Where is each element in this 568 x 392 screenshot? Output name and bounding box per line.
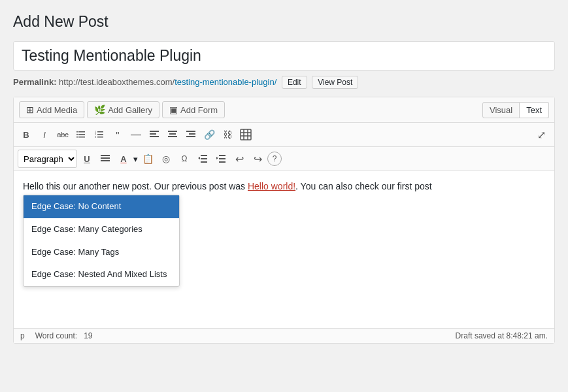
content-after: . You can also check our first post — [295, 181, 432, 191]
bold-button[interactable]: B — [18, 126, 35, 143]
svg-rect-33 — [219, 155, 226, 156]
svg-rect-27 — [101, 157, 110, 159]
ul-button[interactable] — [73, 126, 90, 143]
editor-content[interactable]: Hello this our another new post. Our pre… — [14, 171, 554, 328]
svg-point-3 — [76, 131, 78, 133]
svg-rect-31 — [201, 161, 207, 163]
add-form-label: Add Form — [180, 105, 218, 115]
footer-tag: p — [20, 331, 25, 340]
permalink-edit-button[interactable]: Edit — [282, 76, 307, 89]
editor-wrap: ⊞ Add Media 🌿 Add Gallery ▣ Add Form Vis… — [13, 97, 555, 344]
media-toolbar: ⊞ Add Media 🌿 Add Gallery ▣ Add Form Vis… — [14, 97, 554, 123]
add-form-icon: ▣ — [169, 105, 178, 115]
special-char-button[interactable]: Ω — [176, 150, 193, 167]
svg-rect-29 — [201, 155, 207, 156]
redo-button[interactable]: ↪ — [249, 150, 266, 167]
permalink-label: Permalink: — [13, 77, 56, 87]
post-title-input[interactable] — [22, 47, 546, 65]
mention-dropdown: Edge Case: No Content Edge Case: Many Ca… — [23, 195, 180, 287]
svg-rect-8 — [97, 137, 103, 138]
svg-point-5 — [76, 137, 78, 138]
text-tab[interactable]: Text — [520, 102, 549, 118]
add-form-button[interactable]: ▣ Add Form — [162, 101, 225, 118]
align-justify-button[interactable] — [97, 150, 114, 167]
dropdown-item-3[interactable]: Edge Case: Many Tags — [24, 241, 179, 264]
permalink-base: http://test.ideaboxthemes.com/ — [59, 77, 175, 87]
word-count-label: Word count: — [35, 331, 77, 340]
svg-rect-20 — [186, 136, 195, 137]
visual-tab[interactable]: Visual — [482, 102, 520, 118]
hr-button[interactable]: — — [127, 126, 144, 143]
remove-format-button[interactable]: ◎ — [158, 150, 175, 167]
add-gallery-icon: 🌿 — [94, 105, 105, 115]
svg-text:3: 3 — [95, 135, 97, 139]
underline-button[interactable]: U — [78, 150, 95, 167]
strikethrough-button[interactable]: abc — [54, 126, 71, 143]
page-title: Add New Post — [13, 13, 555, 31]
dropdown-item-2[interactable]: Edge Case: Many Categories — [24, 218, 179, 241]
blockquote-button[interactable]: " — [109, 126, 126, 143]
word-count-value: 19 — [84, 331, 92, 340]
link-button[interactable]: 🔗 — [201, 126, 218, 143]
content-mid: . Our previous post was — [149, 181, 248, 191]
svg-point-4 — [76, 134, 78, 135]
word-count: Word count: 19 — [35, 331, 93, 340]
text-color-arrow[interactable]: ▾ — [133, 154, 138, 164]
add-gallery-label: Add Gallery — [108, 105, 152, 115]
svg-rect-21 — [241, 129, 251, 140]
svg-rect-19 — [189, 133, 195, 135]
table-button[interactable] — [237, 126, 254, 143]
add-gallery-button[interactable]: 🌿 Add Gallery — [87, 101, 159, 118]
help-button[interactable]: ? — [267, 152, 282, 166]
editor-paragraph: Hello this our another new post. Our pre… — [23, 179, 545, 193]
svg-rect-1 — [78, 134, 85, 135]
view-tabs: Visual Text — [482, 102, 549, 118]
draft-status: Draft saved at 8:48:21 am. — [456, 331, 548, 340]
toolbar-row1: B I abc 123 " — 🔗 ⛓ ⤢ — [14, 123, 554, 147]
content-link[interactable]: Hello world! — [248, 181, 295, 191]
editor-footer: p Word count: 19 Draft saved at 8:48:21 … — [14, 328, 554, 343]
footer-left: p Word count: 19 — [20, 331, 93, 340]
svg-rect-18 — [186, 131, 195, 132]
svg-rect-14 — [150, 136, 159, 137]
post-title-box — [13, 41, 555, 71]
content-before: Hello this our another new post — [23, 181, 149, 191]
ol-button[interactable]: 123 — [91, 126, 108, 143]
svg-rect-7 — [97, 134, 103, 135]
permalink-slug[interactable]: testing-mentionable-plugin/ — [175, 77, 276, 87]
outdent-button[interactable] — [194, 150, 211, 167]
svg-rect-6 — [97, 131, 103, 133]
svg-rect-28 — [101, 160, 110, 161]
svg-rect-26 — [101, 155, 110, 156]
svg-marker-32 — [198, 157, 200, 159]
toolbar-row2: Paragraph U A ▾ 📋 ◎ Ω ↩ ↪ ? — [14, 147, 554, 171]
svg-rect-30 — [201, 158, 207, 159]
svg-rect-0 — [78, 131, 85, 133]
italic-button[interactable]: I — [36, 126, 53, 143]
svg-rect-16 — [169, 133, 176, 135]
add-media-label: Add Media — [37, 105, 77, 115]
align-center-button[interactable] — [164, 126, 181, 143]
permalink-row: Permalink: http://test.ideaboxthemes.com… — [13, 76, 555, 89]
svg-rect-2 — [78, 137, 85, 138]
add-media-icon: ⊞ — [26, 105, 34, 115]
svg-rect-34 — [219, 158, 226, 159]
add-media-button[interactable]: ⊞ Add Media — [19, 101, 84, 118]
svg-rect-13 — [150, 133, 156, 135]
align-left-button[interactable] — [146, 126, 163, 143]
svg-rect-15 — [168, 131, 177, 132]
paragraph-select[interactable]: Paragraph — [18, 150, 77, 168]
indent-button[interactable] — [212, 150, 229, 167]
permalink-view-button[interactable]: View Post — [312, 76, 358, 89]
dropdown-item-4[interactable]: Edge Case: Nested And Mixed Lists — [24, 263, 179, 286]
align-right-button[interactable] — [182, 126, 199, 143]
dropdown-item-1[interactable]: Edge Case: No Content — [24, 195, 179, 218]
svg-rect-17 — [168, 136, 177, 137]
svg-rect-35 — [219, 161, 226, 163]
text-color-button[interactable]: A — [115, 150, 132, 167]
undo-button[interactable]: ↩ — [231, 150, 248, 167]
svg-rect-12 — [150, 131, 159, 132]
paste-plain-button[interactable]: 📋 — [139, 150, 156, 167]
expand-button[interactable]: ⤢ — [532, 125, 550, 144]
unlink-button[interactable]: ⛓ — [219, 126, 236, 143]
